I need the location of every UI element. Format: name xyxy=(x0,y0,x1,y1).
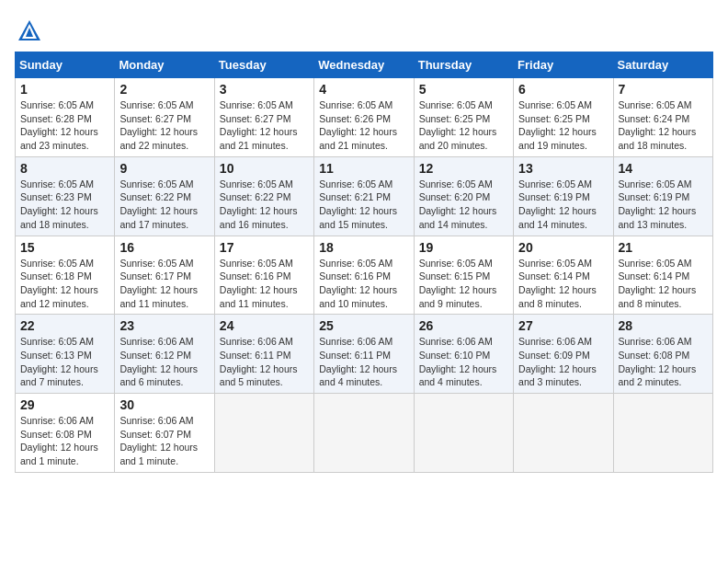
day-info: Sunrise: 6:05 AMSunset: 6:15 PMDaylight:… xyxy=(419,257,508,311)
calendar-cell: 3Sunrise: 6:05 AMSunset: 6:27 PMDaylight… xyxy=(214,78,313,157)
calendar-cell: 22Sunrise: 6:05 AMSunset: 6:13 PMDayligh… xyxy=(16,315,115,394)
day-number: 9 xyxy=(119,161,209,176)
day-info: Sunrise: 6:05 AMSunset: 6:18 PMDaylight:… xyxy=(20,257,109,311)
calendar-cell: 21Sunrise: 6:05 AMSunset: 6:14 PMDayligh… xyxy=(613,236,712,315)
day-info: Sunrise: 6:05 AMSunset: 6:26 PMDaylight:… xyxy=(319,98,408,153)
day-number: 23 xyxy=(119,318,209,333)
page-header xyxy=(15,15,713,44)
calendar-cell: 23Sunrise: 6:06 AMSunset: 6:12 PMDayligh… xyxy=(115,315,214,394)
calendar-table: SundayMondayTuesdayWednesdayThursdayFrid… xyxy=(15,52,713,473)
day-info: Sunrise: 6:06 AMSunset: 6:08 PMDaylight:… xyxy=(20,414,109,468)
calendar-cell: 9Sunrise: 6:05 AMSunset: 6:22 PMDaylight… xyxy=(115,156,214,236)
day-info: Sunrise: 6:05 AMSunset: 6:22 PMDaylight:… xyxy=(119,178,209,232)
calendar-cell: 14Sunrise: 6:05 AMSunset: 6:19 PMDayligh… xyxy=(613,156,712,236)
day-info: Sunrise: 6:05 AMSunset: 6:14 PMDaylight:… xyxy=(518,257,608,311)
week-row-3: 15Sunrise: 6:05 AMSunset: 6:18 PMDayligh… xyxy=(16,236,713,315)
calendar-cell xyxy=(514,394,613,473)
day-number: 25 xyxy=(319,318,408,333)
day-number: 7 xyxy=(619,82,708,97)
day-number: 19 xyxy=(419,240,508,255)
day-info: Sunrise: 6:05 AMSunset: 6:16 PMDaylight:… xyxy=(220,257,309,311)
week-row-5: 29Sunrise: 6:06 AMSunset: 6:08 PMDayligh… xyxy=(16,394,713,473)
calendar-cell: 12Sunrise: 6:05 AMSunset: 6:20 PMDayligh… xyxy=(414,156,513,236)
week-row-2: 8Sunrise: 6:05 AMSunset: 6:23 PMDaylight… xyxy=(16,156,713,236)
day-number: 24 xyxy=(220,318,309,333)
calendar-cell: 2Sunrise: 6:05 AMSunset: 6:27 PMDaylight… xyxy=(115,78,214,157)
day-number: 18 xyxy=(319,240,408,255)
weekday-friday: Friday xyxy=(514,52,613,78)
weekday-tuesday: Tuesday xyxy=(214,52,313,78)
calendar-cell: 1Sunrise: 6:05 AMSunset: 6:28 PMDaylight… xyxy=(16,78,115,157)
day-number: 2 xyxy=(119,82,209,97)
calendar-cell: 17Sunrise: 6:05 AMSunset: 6:16 PMDayligh… xyxy=(214,236,313,315)
day-info: Sunrise: 6:05 AMSunset: 6:13 PMDaylight:… xyxy=(20,335,109,389)
day-info: Sunrise: 6:05 AMSunset: 6:17 PMDaylight:… xyxy=(119,257,209,311)
calendar-cell: 18Sunrise: 6:05 AMSunset: 6:16 PMDayligh… xyxy=(314,236,414,315)
day-number: 10 xyxy=(220,161,309,176)
calendar-cell: 7Sunrise: 6:05 AMSunset: 6:24 PMDaylight… xyxy=(613,78,712,157)
calendar-cell: 5Sunrise: 6:05 AMSunset: 6:25 PMDaylight… xyxy=(414,78,513,157)
logo-icon xyxy=(17,18,42,44)
day-info: Sunrise: 6:05 AMSunset: 6:25 PMDaylight:… xyxy=(518,98,608,153)
calendar-cell xyxy=(314,394,414,473)
day-info: Sunrise: 6:06 AMSunset: 6:09 PMDaylight:… xyxy=(518,335,608,389)
weekday-header-row: SundayMondayTuesdayWednesdayThursdayFrid… xyxy=(16,52,713,78)
day-number: 30 xyxy=(119,397,209,412)
calendar-cell xyxy=(414,394,513,473)
day-info: Sunrise: 6:06 AMSunset: 6:11 PMDaylight:… xyxy=(220,335,309,389)
calendar-cell: 24Sunrise: 6:06 AMSunset: 6:11 PMDayligh… xyxy=(214,315,313,394)
weekday-saturday: Saturday xyxy=(613,52,712,78)
calendar-cell: 28Sunrise: 6:06 AMSunset: 6:08 PMDayligh… xyxy=(613,315,712,394)
day-info: Sunrise: 6:05 AMSunset: 6:24 PMDaylight:… xyxy=(619,98,708,153)
calendar-cell: 16Sunrise: 6:05 AMSunset: 6:17 PMDayligh… xyxy=(115,236,214,315)
day-info: Sunrise: 6:05 AMSunset: 6:21 PMDaylight:… xyxy=(319,178,408,232)
day-number: 12 xyxy=(419,161,508,176)
day-info: Sunrise: 6:06 AMSunset: 6:07 PMDaylight:… xyxy=(119,414,209,468)
calendar-cell xyxy=(613,394,712,473)
day-number: 16 xyxy=(119,240,209,255)
calendar-cell: 30Sunrise: 6:06 AMSunset: 6:07 PMDayligh… xyxy=(115,394,214,473)
day-info: Sunrise: 6:05 AMSunset: 6:27 PMDaylight:… xyxy=(220,98,309,153)
calendar-cell xyxy=(214,394,313,473)
logo xyxy=(15,18,42,44)
day-number: 17 xyxy=(220,240,309,255)
calendar-cell: 15Sunrise: 6:05 AMSunset: 6:18 PMDayligh… xyxy=(16,236,115,315)
day-info: Sunrise: 6:05 AMSunset: 6:28 PMDaylight:… xyxy=(20,98,109,153)
day-number: 26 xyxy=(419,318,508,333)
day-number: 6 xyxy=(518,82,608,97)
weekday-thursday: Thursday xyxy=(414,52,513,78)
calendar-cell: 25Sunrise: 6:06 AMSunset: 6:11 PMDayligh… xyxy=(314,315,414,394)
day-number: 21 xyxy=(619,240,708,255)
day-number: 22 xyxy=(20,318,109,333)
day-info: Sunrise: 6:06 AMSunset: 6:10 PMDaylight:… xyxy=(419,335,508,389)
day-info: Sunrise: 6:05 AMSunset: 6:20 PMDaylight:… xyxy=(419,178,508,232)
day-number: 14 xyxy=(619,161,708,176)
day-info: Sunrise: 6:06 AMSunset: 6:08 PMDaylight:… xyxy=(619,335,708,389)
week-row-4: 22Sunrise: 6:05 AMSunset: 6:13 PMDayligh… xyxy=(16,315,713,394)
day-number: 13 xyxy=(518,161,608,176)
day-info: Sunrise: 6:05 AMSunset: 6:23 PMDaylight:… xyxy=(20,178,109,232)
day-info: Sunrise: 6:05 AMSunset: 6:25 PMDaylight:… xyxy=(419,98,508,153)
calendar-cell: 19Sunrise: 6:05 AMSunset: 6:15 PMDayligh… xyxy=(414,236,513,315)
day-info: Sunrise: 6:05 AMSunset: 6:14 PMDaylight:… xyxy=(619,257,708,311)
day-number: 3 xyxy=(220,82,309,97)
calendar-cell: 13Sunrise: 6:05 AMSunset: 6:19 PMDayligh… xyxy=(514,156,613,236)
day-info: Sunrise: 6:05 AMSunset: 6:16 PMDaylight:… xyxy=(319,257,408,311)
day-number: 4 xyxy=(319,82,408,97)
day-info: Sunrise: 6:05 AMSunset: 6:19 PMDaylight:… xyxy=(518,178,608,232)
day-info: Sunrise: 6:06 AMSunset: 6:11 PMDaylight:… xyxy=(319,335,408,389)
day-number: 29 xyxy=(20,397,109,412)
calendar-cell: 11Sunrise: 6:05 AMSunset: 6:21 PMDayligh… xyxy=(314,156,414,236)
day-number: 1 xyxy=(20,82,109,97)
day-info: Sunrise: 6:05 AMSunset: 6:19 PMDaylight:… xyxy=(619,178,708,232)
day-number: 11 xyxy=(319,161,408,176)
day-number: 27 xyxy=(518,318,608,333)
day-number: 5 xyxy=(419,82,508,97)
day-info: Sunrise: 6:06 AMSunset: 6:12 PMDaylight:… xyxy=(119,335,209,389)
day-info: Sunrise: 6:05 AMSunset: 6:22 PMDaylight:… xyxy=(220,178,309,232)
weekday-monday: Monday xyxy=(115,52,214,78)
weekday-sunday: Sunday xyxy=(16,52,115,78)
day-number: 8 xyxy=(20,161,109,176)
calendar-cell: 8Sunrise: 6:05 AMSunset: 6:23 PMDaylight… xyxy=(16,156,115,236)
week-row-1: 1Sunrise: 6:05 AMSunset: 6:28 PMDaylight… xyxy=(16,78,713,157)
